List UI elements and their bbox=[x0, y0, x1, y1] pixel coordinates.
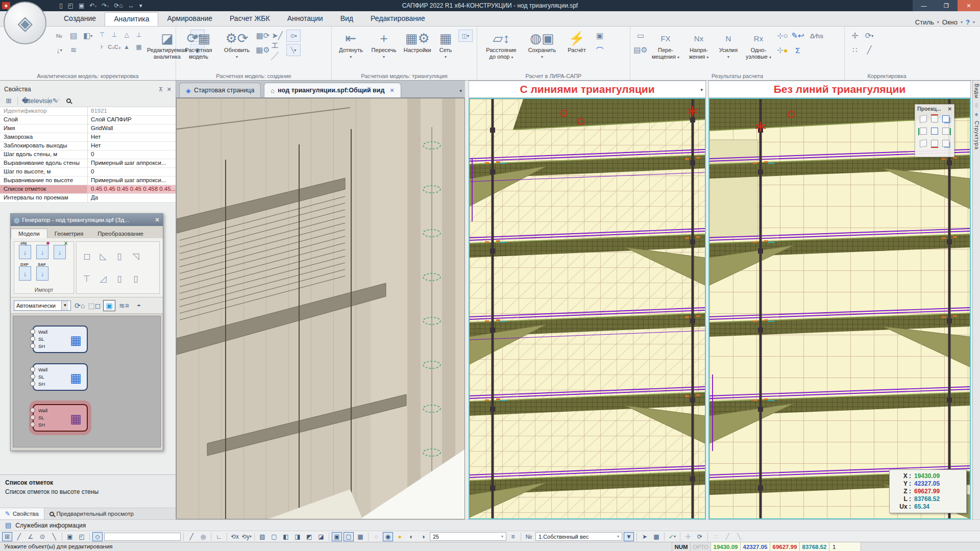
render-solid-icon[interactable]: ▣ bbox=[332, 532, 342, 541]
node-support-icon[interactable]: ⊦ bbox=[97, 42, 107, 52]
scale-combo[interactable]: 25▾ bbox=[430, 532, 506, 541]
proj-isometric-icon[interactable] bbox=[920, 115, 927, 123]
wall-spring-icon[interactable]: ≋ bbox=[67, 44, 80, 56]
viewport-without-triangulation[interactable]: Проекц... ✕ X :19430.09 Y :42327.05 Z :6… bbox=[708, 98, 971, 519]
port-wall[interactable] bbox=[30, 408, 35, 413]
doc-tab-close-icon[interactable]: ✕ bbox=[389, 87, 394, 94]
port-sl[interactable] bbox=[30, 374, 35, 379]
frame-gear-icon[interactable]: ▦⚙ bbox=[257, 44, 269, 56]
render-edges-icon[interactable]: ▢ bbox=[344, 532, 354, 541]
proj-bottom-icon[interactable] bbox=[931, 140, 938, 147]
ortho-indicator[interactable]: ОРТО bbox=[690, 542, 710, 551]
tab-editing[interactable]: Редактирование bbox=[362, 12, 434, 26]
unlock-box-icon[interactable]: ◰ bbox=[77, 532, 87, 541]
page-icon[interactable]: ▯ bbox=[973, 103, 980, 108]
open-file-icon[interactable]: ◰ bbox=[68, 2, 74, 9]
port-wall[interactable] bbox=[30, 329, 35, 334]
dock-tab-preview[interactable]: Предварительный просмотр bbox=[44, 508, 139, 519]
pin-icon[interactable]: ⊼ bbox=[159, 86, 163, 93]
distance-to-supports-button[interactable]: ▱↕ Расстояние до опор ▾ bbox=[481, 30, 521, 61]
display-mode-3-icon[interactable]: ◧ bbox=[281, 532, 291, 541]
dock-close-icon[interactable]: ✕ bbox=[167, 86, 172, 93]
import-obj-icon[interactable]: obj↓ bbox=[19, 245, 31, 259]
gridwall-node-selected[interactable]: Wall SL SH ▦ bbox=[33, 404, 88, 432]
snap-angle-icon[interactable]: ∠ bbox=[26, 532, 36, 541]
rotate-x-icon[interactable]: ⟲x bbox=[230, 532, 240, 541]
measure-icon[interactable]: ↔ bbox=[128, 2, 134, 9]
coordinate-input[interactable] bbox=[104, 533, 181, 541]
panel-shape-icon[interactable]: ▯ bbox=[117, 273, 121, 284]
rotate-y-icon[interactable]: ⟲y▾ bbox=[241, 532, 252, 541]
port-sl[interactable] bbox=[30, 415, 35, 420]
structure-icon[interactable]: ◈ bbox=[973, 112, 980, 117]
pier-shape-icon[interactable]: ▯ bbox=[133, 273, 138, 284]
proj-left-icon[interactable] bbox=[920, 128, 927, 135]
line-tool-icon[interactable]: ╱ bbox=[186, 532, 197, 541]
import-saf-icon[interactable]: SAF↓ bbox=[36, 266, 48, 281]
undo-icon[interactable]: ↶▾ bbox=[89, 2, 96, 9]
image-view-icon[interactable]: ▣ bbox=[103, 300, 115, 311]
wall-analytic-icon[interactable]: ▤ bbox=[67, 30, 80, 42]
box-shape-icon[interactable]: ◻ bbox=[83, 251, 90, 262]
tab-overflow-icon[interactable]: ▾ bbox=[459, 88, 462, 93]
wall-shape-icon[interactable]: ▯ bbox=[117, 251, 121, 262]
minimize-button[interactable]: — bbox=[913, 0, 935, 11]
slab-shape-icon[interactable]: ◺ bbox=[100, 251, 106, 262]
save-icon[interactable]: ▣ bbox=[79, 2, 84, 9]
tab-rc-calculation[interactable]: Расчет ЖБК bbox=[221, 12, 279, 26]
node-toggle-button[interactable]: ⊙▾ bbox=[286, 30, 301, 42]
new-file-icon[interactable]: ▯ bbox=[59, 2, 63, 9]
lamp-object-icon[interactable]: ◐ bbox=[406, 532, 416, 541]
tab-view[interactable]: Вид bbox=[332, 12, 362, 26]
layers-icon[interactable]: ≡ bbox=[508, 532, 518, 541]
projection-panel-close-icon[interactable]: ✕ bbox=[948, 106, 952, 112]
import-ifc-icon[interactable]: ❖↓ bbox=[36, 245, 48, 259]
numbering-icon[interactable]: № bbox=[53, 30, 65, 42]
wall-section-icon[interactable]: ◧▾ bbox=[82, 30, 94, 42]
port-sh[interactable] bbox=[30, 422, 35, 427]
save-to-lira-button[interactable]: ◍▣ Сохранить▾ bbox=[524, 30, 560, 60]
copy-rotate-icon[interactable]: ⟳▾ bbox=[863, 30, 875, 42]
column-top-support-icon[interactable]: ⊤ bbox=[97, 30, 107, 40]
color-scale-gear-icon[interactable]: ▤⚙ bbox=[634, 44, 647, 56]
loadcase-combo[interactable]: 1.Собственный вес▾ bbox=[535, 532, 622, 541]
split-view-toggle-button[interactable]: ◫▾ bbox=[458, 30, 473, 42]
monitor-export-icon[interactable]: ▣ bbox=[594, 30, 606, 42]
refresh-model-icon[interactable]: ⟳⌂ bbox=[74, 300, 86, 311]
gridwall-node[interactable]: Wall SL SH ▦ bbox=[33, 325, 88, 353]
proj-sw-isometric-icon[interactable] bbox=[920, 139, 927, 147]
displacements-button[interactable]: FX Пере- мещения ▾ bbox=[650, 30, 681, 61]
proj-back-icon[interactable] bbox=[931, 128, 938, 135]
help-button[interactable]: ? bbox=[966, 18, 970, 26]
center-tool-icon[interactable]: ◎ bbox=[198, 532, 208, 541]
num-lock-indicator[interactable]: NUM bbox=[672, 542, 690, 551]
mosaic-lamp-on-icon[interactable]: ⊹● bbox=[776, 44, 789, 56]
import-dxf-icon[interactable]: DXF↓ bbox=[19, 266, 31, 281]
measure-edge-icon[interactable]: ╱ bbox=[863, 44, 875, 56]
proj-right-icon[interactable] bbox=[942, 128, 949, 135]
generator-title-bar[interactable]: ◍ Генератор - нод триангуляции.spf (Зд..… bbox=[11, 214, 163, 226]
calc-model-button[interactable]: ⟳▦ Расчетная модель bbox=[180, 30, 217, 60]
lamp-on-icon[interactable]: ● bbox=[395, 532, 405, 541]
snap-point-icon[interactable]: ⊙ bbox=[37, 532, 47, 541]
redo-icon[interactable]: ↷▾ bbox=[102, 2, 109, 9]
apply-filter-icon[interactable]: ✓▾ bbox=[667, 532, 677, 541]
sum-result-icon[interactable]: Σ bbox=[792, 44, 804, 56]
sync-model-icon[interactable]: ⟳⌂ bbox=[114, 2, 122, 9]
display-mode-1-icon[interactable]: ▧ bbox=[257, 532, 267, 541]
single-node-button[interactable]: Rx Одно- узловые ▾ bbox=[744, 30, 773, 61]
calculate-button[interactable]: ⚡ Расчёт bbox=[563, 30, 591, 54]
port-sl[interactable] bbox=[30, 336, 35, 341]
display-mode-4-icon[interactable]: ◨ bbox=[292, 532, 303, 541]
stretch-button[interactable]: ⇤ Дотянуть▾ bbox=[336, 30, 366, 60]
measure-1-icon[interactable]: ╱ bbox=[722, 532, 732, 541]
forces-button[interactable]: N Усилия▾ bbox=[716, 30, 741, 60]
generator-close-icon[interactable]: ✕ bbox=[155, 216, 160, 223]
column-support-icon[interactable]: ⊥ bbox=[109, 30, 119, 40]
window-menu[interactable]: Окно bbox=[942, 18, 958, 26]
style-menu[interactable]: Стиль bbox=[915, 18, 934, 26]
layers-db-icon[interactable]: ≋≡ bbox=[118, 300, 130, 311]
views-vertical-tab[interactable]: Виды bbox=[974, 84, 979, 98]
materials-icon[interactable]: ◓ bbox=[133, 300, 145, 311]
c1c2-bedding-icon[interactable]: C₁C₂ bbox=[109, 42, 119, 52]
